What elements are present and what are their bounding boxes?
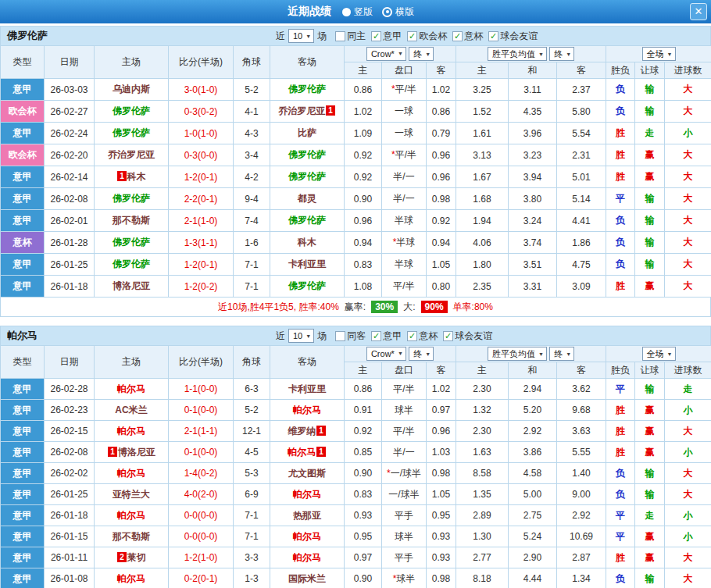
ah-away-odds: 0.93: [427, 526, 456, 547]
chevron-down-icon: ▼: [667, 351, 673, 357]
ah-home-odds: 0.91: [345, 400, 382, 421]
checkbox-checked-icon: ✓: [371, 331, 381, 341]
ah-home-odds: 0.95: [345, 526, 382, 547]
final-score: 0-2(0-1): [169, 568, 234, 588]
avg-home-odds: 1.67: [456, 166, 509, 188]
match-date: 26-01-25: [45, 484, 95, 505]
checkbox-checked-icon: ✓: [371, 31, 381, 41]
ah-odds-header: Crow*▼ 终▼: [345, 346, 456, 362]
red-card-badge: 1: [326, 105, 335, 116]
odds-company-select[interactable]: Crow*▼: [366, 47, 406, 61]
match-date: 26-02-27: [45, 101, 95, 123]
chevron-down-icon: ▼: [398, 51, 403, 56]
league-type: 意甲: [1, 421, 45, 442]
match-date: 26-01-11: [45, 547, 95, 568]
corner-score: 4-2: [234, 166, 270, 188]
avg-draw-odds: 5.24: [509, 526, 557, 547]
asterisk-marker: *: [391, 84, 395, 94]
avg-home-odds: 2.30: [456, 421, 509, 442]
ah-home-odds: 0.86: [345, 379, 382, 400]
corner-score: 7-1: [234, 505, 270, 526]
ah-away-odds: 0.92: [427, 210, 456, 232]
goals-result: 大: [665, 254, 711, 276]
filter-checkbox-球会友谊[interactable]: ✓球会友谊: [443, 330, 492, 343]
ah-line: 一球: [382, 101, 427, 123]
ah-line: *一/球半: [382, 463, 427, 484]
avg-odds-select[interactable]: 胜平负均值▼: [488, 47, 547, 61]
home-team: 那不勒斯: [95, 210, 169, 232]
match-date: 26-01-08: [45, 568, 95, 588]
close-button[interactable]: ✕: [690, 3, 707, 20]
league-type: 意甲: [1, 166, 45, 188]
filter-checkbox-球会友谊[interactable]: ✓球会友谊: [488, 30, 538, 43]
avg-away-odds: 5.01: [557, 166, 606, 188]
match-date: 26-01-25: [45, 254, 95, 276]
scope-select[interactable]: 全场▼: [642, 47, 676, 61]
filter-checkbox-意甲[interactable]: ✓意甲: [371, 30, 402, 43]
wdl-result: 平: [606, 505, 635, 526]
col-ah-away: 客: [427, 62, 456, 79]
home-team: 2莱切: [95, 547, 169, 568]
checkbox-label: 同主: [347, 30, 366, 43]
avg-home-odds: 1.61: [456, 123, 509, 144]
avg-odds-select[interactable]: 胜平负均值▼: [488, 347, 547, 361]
wdl-result: 平: [606, 379, 635, 400]
checkbox-label: 球会友谊: [455, 330, 492, 343]
ah-home-odds: 0.83: [345, 254, 382, 276]
avg-away-odds: 5.14: [557, 188, 606, 210]
ah-final-select[interactable]: 终▼: [409, 347, 434, 361]
filter-checkbox-意杯[interactable]: ✓意杯: [452, 30, 483, 43]
handicap-result: 赢: [635, 421, 665, 442]
final-score: 1-1(0-0): [169, 379, 234, 400]
away-team: 国际米兰: [270, 568, 345, 588]
avg-draw-odds: 3.80: [509, 188, 557, 210]
ah-final-select[interactable]: 终▼: [409, 47, 434, 61]
avg-home-odds: 1.80: [456, 254, 509, 276]
ah-away-odds: 0.86: [427, 101, 456, 123]
match-row: 意甲26-02-02帕尔马1-4(0-2)5-3尤文图斯0.90*一/球半0.9…: [1, 463, 711, 484]
goals-result: 大: [665, 276, 711, 298]
avg-final-select[interactable]: 终▼: [549, 47, 574, 61]
wdl-result: 负: [606, 79, 635, 101]
home-team: 佛罗伦萨: [95, 254, 169, 276]
league-type: 意甲: [1, 210, 45, 232]
avg-final-select[interactable]: 终▼: [549, 347, 574, 361]
filter-checkbox-欧会杯[interactable]: ✓欧会杯: [407, 30, 447, 43]
layout-radio-horizontal[interactable]: 横版: [382, 5, 414, 19]
avg-home-odds: 8.18: [456, 568, 509, 588]
ah-away-odds: 0.97: [427, 400, 456, 421]
odds-company-select[interactable]: Crow*▼: [366, 347, 406, 361]
layout-radio-vertical[interactable]: 竖版: [342, 5, 373, 19]
recent-count-select[interactable]: 10▼: [288, 329, 314, 343]
recent-count-select[interactable]: 10▼: [288, 29, 314, 43]
games-label: 场: [317, 30, 327, 43]
match-row: 意甲26-02-15帕尔马2-1(1-1)12-1维罗纳10.92平/半0.96…: [1, 421, 711, 442]
section-divider: [0, 317, 711, 323]
home-team: 佛罗伦萨: [95, 188, 169, 210]
corner-score: 9-4: [234, 188, 270, 210]
near-label: 近: [276, 30, 285, 43]
away-team: 维罗纳1: [270, 421, 345, 442]
filter-checkbox-意杯[interactable]: ✓意杯: [407, 330, 438, 343]
goals-result: 大: [665, 568, 711, 588]
avg-odds-header: 胜平负均值▼ 终▼: [456, 46, 606, 62]
col-score: 比分(半场): [169, 46, 234, 79]
ah-away-odds: 0.98: [427, 188, 456, 210]
col-type: 类型: [1, 346, 45, 379]
checkbox-checked-icon: ✓: [452, 31, 463, 41]
scope-select[interactable]: 全场▼: [642, 347, 676, 361]
avg-draw-odds: 2.90: [509, 547, 557, 568]
filter-checkbox-同主[interactable]: 同主: [335, 30, 366, 43]
handicap-result: 赢: [635, 276, 665, 298]
checkbox-label: 球会友谊: [500, 30, 538, 43]
filter-checkbox-意甲[interactable]: ✓意甲: [371, 330, 402, 343]
league-type: 欧会杯: [1, 144, 45, 166]
avg-draw-odds: 3.23: [509, 144, 557, 166]
match-row: 意甲26-01-25亚特兰大4-0(2-0)6-9帕尔马0.83一/球半1.05…: [1, 484, 711, 505]
goals-result: 大: [665, 484, 711, 505]
final-score: 1-0(1-0): [169, 123, 234, 144]
league-type: 意甲: [1, 568, 45, 588]
avg-away-odds: 1.86: [557, 232, 606, 254]
filter-checkbox-同客[interactable]: 同客: [335, 330, 366, 343]
match-date: 26-02-08: [45, 442, 95, 463]
